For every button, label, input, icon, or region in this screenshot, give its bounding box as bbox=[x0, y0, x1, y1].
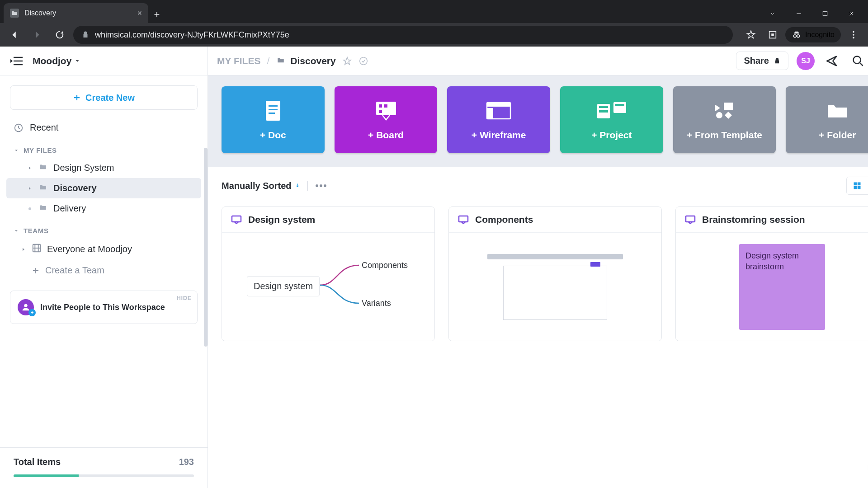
star-icon[interactable] bbox=[342, 56, 352, 66]
svg-rect-33 bbox=[854, 183, 857, 186]
svg-point-4 bbox=[853, 31, 854, 33]
send-icon[interactable] bbox=[823, 52, 841, 70]
project-icon bbox=[595, 99, 628, 122]
chevron-down-icon bbox=[14, 228, 19, 234]
invite-people-card[interactable]: HIDE + Invite People to This Workspace bbox=[10, 291, 198, 324]
grid-view-button[interactable] bbox=[847, 177, 868, 194]
file-title: Design system bbox=[248, 214, 315, 225]
extensions-icon[interactable] bbox=[764, 26, 782, 44]
sort-dropdown[interactable]: Manually Sorted bbox=[222, 181, 300, 191]
folder-icon bbox=[38, 203, 48, 214]
sidebar-teams-section[interactable]: TEAMS bbox=[0, 219, 208, 238]
template-icon bbox=[712, 99, 737, 122]
tree-item-delivery[interactable]: Delivery bbox=[6, 198, 201, 219]
svg-rect-16 bbox=[269, 105, 278, 107]
svg-rect-29 bbox=[613, 102, 626, 113]
browser-toolbar: whimsical.com/discovery-NJtyFKrLWKFCmixP… bbox=[0, 23, 868, 47]
svg-point-32 bbox=[716, 112, 722, 118]
invite-hide-button[interactable]: HIDE bbox=[177, 295, 192, 301]
caret-right-icon[interactable] bbox=[27, 186, 33, 191]
browser-reload-button[interactable] bbox=[51, 26, 69, 44]
arrow-down-icon bbox=[295, 183, 300, 189]
create-doc-button[interactable]: + Doc bbox=[222, 86, 325, 153]
window-close-button[interactable] bbox=[838, 4, 864, 23]
workspace-dropdown[interactable]: Moodjoy bbox=[33, 56, 80, 66]
svg-rect-18 bbox=[269, 113, 275, 114]
create-team-button[interactable]: Create a Team bbox=[0, 260, 208, 281]
bookmark-icon[interactable] bbox=[742, 26, 760, 44]
mindmap-root: Design system bbox=[247, 276, 320, 296]
svg-rect-42 bbox=[686, 216, 695, 222]
create-from-template-button[interactable]: + From Template bbox=[673, 86, 776, 153]
browser-forward-button[interactable] bbox=[28, 26, 46, 44]
bullet-icon bbox=[27, 206, 33, 211]
window-maximize-button[interactable] bbox=[812, 4, 838, 23]
sidebar-scrollbar[interactable] bbox=[204, 148, 208, 347]
user-avatar[interactable]: SJ bbox=[797, 52, 815, 70]
sidebar: Create New Recent MY FILES Design System… bbox=[0, 75, 208, 488]
file-card-brainstorm[interactable]: Brainstomring session Design system brai… bbox=[675, 206, 868, 341]
workspace-name: Moodjoy bbox=[33, 56, 71, 66]
file-card-design-system[interactable]: Design system Design system Components V… bbox=[222, 206, 435, 341]
svg-point-9 bbox=[24, 304, 27, 307]
sort-more-button[interactable]: ••• bbox=[315, 181, 327, 191]
svg-rect-40 bbox=[232, 216, 241, 222]
search-icon[interactable] bbox=[849, 52, 867, 70]
team-item-everyone[interactable]: Everyone at Moodjoy bbox=[0, 238, 208, 260]
share-button[interactable]: Share bbox=[736, 52, 788, 70]
check-circle-icon[interactable] bbox=[359, 56, 368, 66]
browser-back-button[interactable] bbox=[5, 26, 24, 44]
folder-icon bbox=[826, 99, 849, 122]
tree-item-discovery[interactable]: Discovery bbox=[6, 178, 201, 198]
file-grid: Design system Design system Components V… bbox=[208, 205, 868, 355]
sidebar-my-files-section[interactable]: MY FILES bbox=[0, 138, 208, 158]
browser-address-bar[interactable]: whimsical.com/discovery-NJtyFKrLWKFCmixP… bbox=[73, 26, 733, 44]
browser-tab[interactable]: Discovery × bbox=[4, 3, 148, 23]
tab-title: Discovery bbox=[24, 9, 56, 17]
usage-progress bbox=[14, 474, 194, 477]
browser-menu-icon[interactable] bbox=[844, 26, 863, 44]
mindmap-branch: Components bbox=[362, 261, 408, 270]
url-text: whimsical.com/discovery-NJtyFKrLWKFCmixP… bbox=[95, 30, 289, 40]
recent-label: Recent bbox=[30, 122, 58, 133]
svg-point-5 bbox=[853, 34, 854, 36]
svg-rect-17 bbox=[269, 109, 278, 110]
breadcrumb-separator: / bbox=[267, 56, 269, 66]
file-card-components[interactable]: Components bbox=[448, 206, 662, 341]
incognito-badge[interactable]: Incognito bbox=[785, 27, 841, 42]
chevron-down-icon bbox=[14, 148, 19, 153]
create-wireframe-button[interactable]: + Wireframe bbox=[447, 86, 550, 153]
create-project-button[interactable]: + Project bbox=[560, 86, 663, 153]
create-folder-button[interactable]: + Folder bbox=[786, 86, 868, 153]
incognito-label: Incognito bbox=[805, 31, 835, 39]
window-minimize-button[interactable] bbox=[786, 4, 812, 23]
tab-search-button[interactable] bbox=[760, 4, 786, 23]
create-board-button[interactable]: + Board bbox=[335, 86, 438, 153]
svg-rect-41 bbox=[459, 216, 468, 222]
create-card-label: + Doc bbox=[260, 130, 286, 141]
browser-tab-bar: Discovery × + bbox=[0, 0, 868, 23]
create-new-button[interactable]: Create New bbox=[10, 85, 198, 110]
mindmap-branch: Variants bbox=[362, 299, 391, 308]
caret-right-icon[interactable] bbox=[27, 165, 33, 171]
divider bbox=[307, 181, 308, 191]
close-tab-icon[interactable]: × bbox=[137, 9, 142, 18]
plus-badge-icon: + bbox=[28, 309, 36, 316]
svg-rect-30 bbox=[615, 104, 624, 106]
page-header: MY FILES / Discovery Share SJ bbox=[208, 47, 868, 75]
svg-rect-27 bbox=[599, 106, 608, 108]
presentation-icon bbox=[458, 215, 469, 224]
new-tab-button[interactable]: + bbox=[148, 6, 165, 23]
invite-title: Invite People to This Workspace bbox=[40, 302, 165, 313]
svg-point-10 bbox=[359, 57, 367, 65]
svg-rect-21 bbox=[384, 104, 387, 108]
tree-label: Design System bbox=[53, 163, 114, 173]
sidebar-toggle-button[interactable] bbox=[9, 53, 24, 69]
svg-rect-19 bbox=[376, 102, 396, 115]
tree-item-design-system[interactable]: Design System bbox=[6, 158, 201, 178]
sidebar-recent[interactable]: Recent bbox=[0, 117, 208, 138]
caret-right-icon[interactable] bbox=[21, 244, 26, 254]
breadcrumb: MY FILES / Discovery bbox=[217, 56, 368, 66]
sidebar-footer: Total Items 193 bbox=[0, 447, 208, 488]
breadcrumb-root[interactable]: MY FILES bbox=[217, 56, 260, 66]
